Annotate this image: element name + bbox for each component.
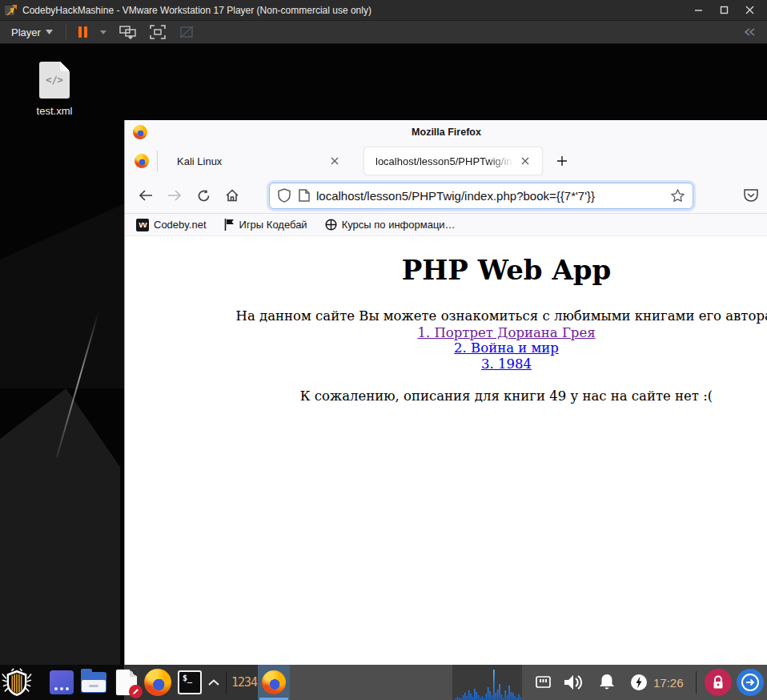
fullscreen-button[interactable] bbox=[146, 23, 170, 41]
firefox-window-title: Mozilla Firefox bbox=[125, 127, 767, 138]
navigation-toolbar: localhost/lesson5/PHPTwig/index.php?book… bbox=[125, 178, 767, 214]
network-tray-button[interactable] bbox=[530, 670, 556, 695]
panel-expand-button[interactable] bbox=[203, 667, 224, 698]
book-links: 1. Портрет Дориана Грея 2. Война и мир 3… bbox=[125, 325, 767, 372]
kali-dragon-icon bbox=[2, 667, 32, 698]
flag-icon bbox=[224, 219, 235, 231]
tab-close-icon[interactable] bbox=[326, 152, 343, 170]
firefox-launcher-button[interactable] bbox=[143, 667, 173, 698]
book-link-3[interactable]: 3. 1984 bbox=[125, 356, 767, 372]
dots-icon bbox=[50, 670, 74, 694]
toolbar-separator bbox=[66, 25, 66, 39]
panel-separator bbox=[696, 671, 697, 694]
arrow-right-circle-icon bbox=[741, 674, 759, 691]
collapse-toolbar-button[interactable] bbox=[743, 28, 761, 36]
firefox-titlebar[interactable]: Mozilla Firefox bbox=[125, 120, 767, 144]
vmware-logo-icon bbox=[5, 4, 18, 17]
pocket-icon bbox=[743, 188, 759, 203]
maximize-button[interactable] bbox=[711, 0, 737, 20]
unity-mode-icon bbox=[179, 25, 195, 39]
logout-button[interactable] bbox=[737, 669, 764, 696]
player-menu[interactable]: Player bbox=[6, 24, 58, 41]
bookmarks-toolbar: vv Codeby.net Игры Кодебай bbox=[125, 214, 767, 236]
bookmark-codeby[interactable]: vv Codeby.net bbox=[136, 219, 207, 231]
arrow-right-icon bbox=[167, 190, 182, 201]
new-tab-button[interactable] bbox=[550, 149, 574, 173]
firefox-icon bbox=[262, 670, 286, 694]
tab-bar: Kali Linux localhost/lesson5/PHPTwig/in bbox=[125, 144, 767, 178]
desktop-icon-test-xml[interactable]: </> test.xml bbox=[18, 62, 91, 117]
caret-down-icon bbox=[100, 30, 106, 34]
clock[interactable]: 17:26 bbox=[653, 665, 684, 700]
bell-icon bbox=[598, 674, 616, 691]
suspend-button[interactable] bbox=[74, 25, 91, 39]
kali-menu-button[interactable] bbox=[2, 667, 32, 698]
pause-icon bbox=[78, 26, 87, 38]
bookmark-courses[interactable]: Курсы по информаци… bbox=[325, 219, 456, 231]
tab-separator bbox=[157, 151, 158, 171]
tab-kali-linux[interactable]: Kali Linux bbox=[166, 147, 351, 175]
folder-icon bbox=[81, 672, 106, 693]
vmware-window-title: CodebyHackMashine - VMware Workstation 1… bbox=[22, 5, 685, 16]
workspace-4[interactable]: 4 bbox=[251, 665, 258, 700]
codeby-favicon: vv bbox=[136, 219, 149, 231]
panel-separator bbox=[226, 671, 227, 694]
pencil-badge-icon bbox=[129, 685, 143, 698]
firefox-view-icon[interactable] bbox=[135, 154, 149, 168]
suspend-dropdown[interactable] bbox=[96, 29, 110, 36]
tab-localhost-active[interactable]: localhost/lesson5/PHPTwig/in bbox=[364, 147, 542, 175]
firefox-icon bbox=[144, 669, 171, 696]
reload-icon bbox=[197, 189, 211, 203]
arrow-left-icon bbox=[139, 190, 153, 201]
home-button[interactable] bbox=[219, 183, 245, 208]
close-button[interactable] bbox=[737, 0, 762, 20]
url-bar[interactable]: localhost/lesson5/PHPTwig/index.php?book… bbox=[269, 183, 693, 209]
pocket-button[interactable] bbox=[738, 183, 764, 208]
unity-mode-button bbox=[175, 23, 199, 41]
ctrl-alt-del-icon bbox=[119, 25, 137, 39]
vmware-toolbar: Player bbox=[0, 21, 767, 44]
fullscreen-icon bbox=[150, 25, 166, 39]
terminal-launcher-button[interactable]: $_ bbox=[175, 667, 205, 698]
firefox-window: Mozilla Firefox Kali Linux localhost/les… bbox=[124, 120, 767, 665]
code-glyph: </> bbox=[46, 74, 63, 86]
firefox-task-button[interactable] bbox=[258, 665, 290, 700]
back-button[interactable] bbox=[133, 183, 159, 208]
minimize-button[interactable] bbox=[685, 0, 711, 20]
send-ctrl-alt-del-button[interactable] bbox=[115, 23, 141, 41]
tab-close-icon[interactable] bbox=[516, 152, 534, 170]
bookmark-star-icon[interactable] bbox=[671, 189, 685, 202]
vm-screen: </> test.xml Mozilla Firefox Kali Linux bbox=[0, 44, 767, 700]
taskbar: $_ 1 2 3 4 bbox=[0, 665, 767, 700]
volume-tray-button[interactable] bbox=[560, 670, 586, 695]
bookmark-games[interactable]: Игры Кодебай bbox=[224, 219, 307, 231]
file-manager-button[interactable] bbox=[78, 667, 109, 698]
globe-icon bbox=[325, 219, 337, 231]
desktop-icon-label: test.xml bbox=[18, 105, 91, 117]
shield-icon[interactable] bbox=[278, 188, 291, 203]
notifications-tray-button[interactable] bbox=[594, 670, 620, 695]
book-link-2[interactable]: 2. Война и мир bbox=[125, 340, 767, 356]
vmware-titlebar: CodebyHackMashine - VMware Workstation 1… bbox=[0, 0, 767, 21]
plus-icon bbox=[556, 155, 568, 167]
reload-button[interactable] bbox=[191, 183, 216, 208]
page-footer-text: К сожалению, описания для книги 49 у нас… bbox=[125, 388, 767, 404]
show-desktop-button[interactable] bbox=[46, 667, 77, 698]
terminal-icon: $_ bbox=[178, 670, 202, 694]
text-editor-button[interactable] bbox=[111, 667, 142, 698]
power-manager-tray-button[interactable] bbox=[626, 670, 652, 695]
home-icon bbox=[225, 189, 239, 202]
vmware-player-window: CodebyHackMashine - VMware Workstation 1… bbox=[0, 0, 767, 700]
caret-down-icon bbox=[46, 30, 53, 34]
lock-screen-button[interactable] bbox=[705, 669, 732, 696]
forward-button[interactable] bbox=[162, 183, 187, 208]
padlock-icon bbox=[712, 675, 725, 690]
ethernet-icon bbox=[535, 675, 552, 690]
speaker-icon bbox=[563, 674, 584, 691]
page-intro-text: На данном сайте Вы можете ознакомиться с… bbox=[125, 308, 767, 324]
double-chevron-left-icon bbox=[743, 28, 756, 36]
system-load-graph bbox=[452, 665, 522, 700]
page-info-icon[interactable] bbox=[299, 189, 310, 202]
book-link-1[interactable]: 1. Портрет Дориана Грея bbox=[125, 325, 767, 340]
url-input[interactable]: localhost/lesson5/PHPTwig/index.php?book… bbox=[316, 189, 671, 203]
